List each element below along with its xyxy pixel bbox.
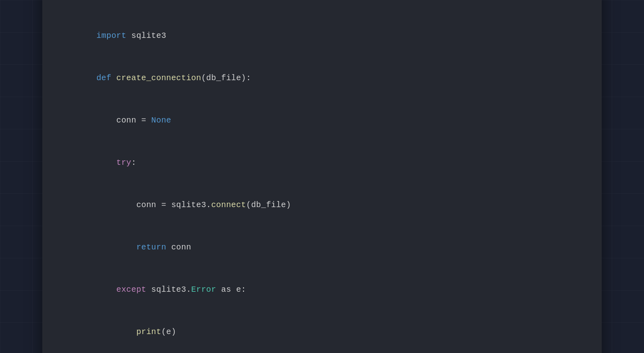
def-colon: : <box>246 73 251 83</box>
none-value: None <box>151 116 171 125</box>
print-arg: (e) <box>161 327 176 336</box>
sqlite3-module: sqlite3 <box>171 200 206 210</box>
eq-op-2: = <box>156 200 171 210</box>
try-colon: : <box>131 158 136 167</box>
except-line: except sqlite3.Error as e: <box>66 268 578 311</box>
connect-line: conn = sqlite3.connect(db_file) <box>66 184 578 226</box>
indent-7 <box>96 285 116 294</box>
return-keyword-1: return <box>136 243 166 252</box>
error-class: Error <box>191 285 216 294</box>
conn-var-2: conn <box>136 200 157 210</box>
def-keyword: def <box>96 73 111 83</box>
dot-1: . <box>206 200 211 210</box>
import-keyword: import <box>96 31 126 40</box>
try-keyword: try <box>116 158 131 167</box>
indent-6 <box>96 243 136 252</box>
print-func: print <box>136 327 161 336</box>
indent-3 <box>96 116 116 125</box>
import-module: sqlite3 <box>126 31 166 40</box>
except-colon: : <box>241 285 246 294</box>
except-var: e <box>236 285 241 294</box>
func-name: create_connection <box>111 73 201 83</box>
return-conn-1: conn <box>166 243 191 252</box>
eq-op: = <box>136 116 151 125</box>
code-block: # Create a database connection import sq… <box>66 0 578 353</box>
sqlite3-module-2: sqlite3 <box>146 285 186 294</box>
conn-none-line: conn = None <box>66 99 578 141</box>
indent-5 <box>96 200 136 210</box>
func-params: (db_file) <box>201 73 246 83</box>
as-keyword: as <box>216 285 236 294</box>
indent-8 <box>96 327 136 336</box>
try-line: try: <box>66 141 578 184</box>
conn-var: conn <box>116 116 136 125</box>
return-conn-line: return conn <box>66 226 578 268</box>
connect-method: connect <box>211 200 246 210</box>
code-panel: # Create a database connection import sq… <box>42 0 602 353</box>
print-line: print(e) <box>66 311 578 353</box>
connect-arg: (db_file) <box>246 200 291 210</box>
except-keyword: except <box>116 285 146 294</box>
indent-4 <box>96 158 116 167</box>
empty-line-1 <box>66 0 578 15</box>
import-line: import sqlite3 <box>66 15 578 57</box>
def-line: def create_connection(db_file): <box>66 57 578 99</box>
dot-2: . <box>186 285 191 294</box>
